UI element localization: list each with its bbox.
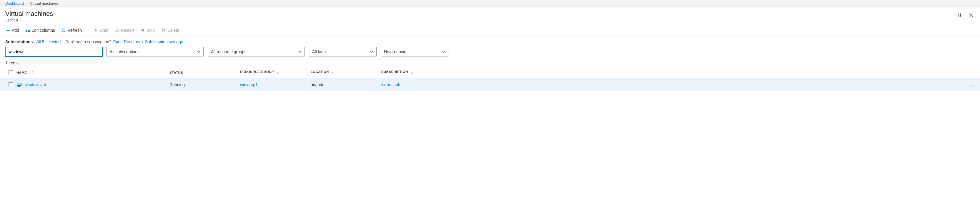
- svg-rect-7: [28, 29, 30, 29]
- refresh-icon: [62, 28, 65, 32]
- sort-icon: ▲▼: [411, 71, 413, 75]
- resource-group-filter-value: All resource groups: [211, 49, 247, 54]
- columns-icon: [25, 28, 30, 32]
- toolbar-separator: [88, 27, 88, 33]
- chevron-right-icon: ›: [27, 1, 28, 6]
- close-button[interactable]: [968, 12, 975, 19]
- column-header-status-label: STATUS: [169, 71, 183, 75]
- chevron-down-icon: [197, 50, 200, 54]
- filters-row: All subscriptions All resource groups Al…: [0, 47, 980, 60]
- row-resource-group-link[interactable]: winvmrg1: [240, 82, 258, 87]
- sort-icon: ▲▼: [32, 71, 34, 75]
- search-input[interactable]: [5, 47, 102, 56]
- page-header: Virtual machines Selfhost: [0, 7, 980, 25]
- svg-rect-9: [28, 31, 30, 32]
- table-row[interactable]: windowsvm Running winvmrg1 orlando kirta…: [0, 78, 980, 91]
- grouping-filter-value: No grouping: [384, 49, 406, 54]
- start-button[interactable]: Start: [93, 27, 109, 33]
- svg-marker-10: [95, 29, 97, 32]
- chevron-down-icon: [298, 50, 302, 54]
- row-checkbox[interactable]: [8, 82, 13, 87]
- items-count: 1 items: [0, 60, 980, 67]
- chevron-down-icon: [370, 50, 373, 54]
- column-header-status[interactable]: STATUS: [169, 71, 240, 75]
- subscription-filter-value: All subscriptions: [110, 49, 140, 54]
- close-icon: [969, 13, 974, 17]
- page-subtitle: Selfhost: [5, 18, 975, 22]
- svg-rect-11: [142, 29, 144, 32]
- add-button[interactable]: Add: [5, 27, 20, 33]
- refresh-label: Refresh: [67, 28, 82, 33]
- breadcrumb: Dashboard › Virtual machines: [0, 0, 980, 7]
- svg-rect-4: [25, 29, 27, 29]
- column-header-name[interactable]: NAME ▲▼: [16, 71, 169, 75]
- restart-icon: [115, 28, 119, 32]
- restart-button[interactable]: Restart: [115, 27, 135, 33]
- delete-label: Delete: [167, 28, 179, 33]
- row-subscription-link[interactable]: kirtanasub: [381, 82, 401, 87]
- breadcrumb-root-link[interactable]: Dashboard: [5, 1, 24, 6]
- select-all-checkbox[interactable]: [8, 70, 13, 75]
- restart-label: Restart: [121, 28, 134, 33]
- svg-rect-17: [18, 86, 20, 87]
- play-icon: [94, 28, 98, 32]
- table-header-row: NAME ▲▼ STATUS RESOURCE GROUP ▲▼ LOCATIO…: [0, 67, 980, 78]
- open-directory-link[interactable]: Open Directory + Subscription settings: [113, 40, 183, 44]
- svg-rect-16: [18, 83, 21, 85]
- resource-group-filter[interactable]: All resource groups: [208, 47, 305, 56]
- edit-columns-button[interactable]: Edit columns: [25, 27, 56, 33]
- svg-rect-8: [28, 30, 30, 30]
- results-table: NAME ▲▼ STATUS RESOURCE GROUP ▲▼ LOCATIO…: [0, 67, 980, 91]
- svg-rect-5: [25, 30, 27, 30]
- column-header-subscription-label: SUBSCRIPTION: [381, 70, 408, 73]
- plus-icon: [6, 28, 10, 32]
- tags-filter[interactable]: All tags: [309, 47, 377, 56]
- column-header-name-label: NAME: [16, 71, 27, 75]
- row-location: orlando: [311, 82, 381, 87]
- start-label: Start: [100, 28, 108, 33]
- subscriptions-label: Subscriptions:: [5, 40, 34, 44]
- delete-button[interactable]: Delete: [161, 27, 180, 33]
- svg-rect-12: [162, 29, 165, 32]
- pin-icon: [956, 13, 961, 17]
- row-status: Running: [169, 82, 240, 87]
- column-header-location[interactable]: LOCATION ▲▼: [311, 70, 381, 75]
- column-header-subscription[interactable]: SUBSCRIPTION ▲▼: [381, 70, 963, 75]
- subscriptions-selected-link[interactable]: All 5 selected: [36, 40, 60, 44]
- stop-label: Stop: [146, 28, 155, 33]
- subscriptions-line: Subscriptions: All 5 selected – Don't se…: [0, 36, 980, 47]
- page-title: Virtual machines: [5, 10, 975, 17]
- pin-button[interactable]: [955, 12, 963, 19]
- subscription-filter[interactable]: All subscriptions: [107, 47, 204, 56]
- column-header-resource-group[interactable]: RESOURCE GROUP ▲▼: [240, 70, 311, 75]
- refresh-button[interactable]: Refresh: [61, 27, 83, 33]
- column-header-rg-label: RESOURCE GROUP: [240, 70, 274, 73]
- column-header-location-label: LOCATION: [311, 70, 329, 73]
- edit-columns-label: Edit columns: [32, 28, 55, 33]
- breadcrumb-current: Virtual machines: [30, 1, 58, 6]
- vm-icon: [16, 82, 22, 87]
- tags-filter-value: All tags: [312, 49, 326, 54]
- subscriptions-note: – Don't see a subscription?: [62, 40, 111, 44]
- grouping-filter[interactable]: No grouping: [381, 47, 449, 56]
- stop-icon: [141, 28, 145, 32]
- add-label: Add: [12, 28, 19, 33]
- toolbar: Add Edit columns Refresh Start Restart S…: [0, 25, 980, 36]
- stop-button[interactable]: Stop: [140, 27, 156, 33]
- chevron-down-icon: [442, 50, 445, 54]
- row-name-link[interactable]: windowsvm: [25, 82, 46, 87]
- sort-icon: ▲▼: [332, 71, 334, 75]
- trash-icon: [162, 28, 165, 32]
- row-more-button[interactable]: …: [969, 81, 975, 87]
- sort-icon: ▲▼: [277, 71, 279, 75]
- svg-rect-6: [25, 31, 27, 32]
